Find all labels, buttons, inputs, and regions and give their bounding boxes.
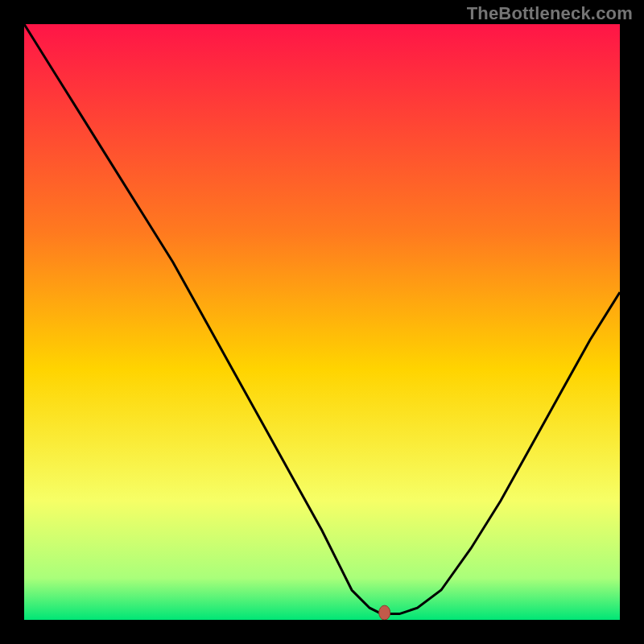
chart-svg: [24, 24, 620, 620]
plot-area: [24, 24, 620, 620]
attribution-text: TheBottleneck.com: [467, 3, 633, 24]
marker-dot: [379, 605, 390, 620]
chart-frame: TheBottleneck.com: [0, 0, 644, 644]
